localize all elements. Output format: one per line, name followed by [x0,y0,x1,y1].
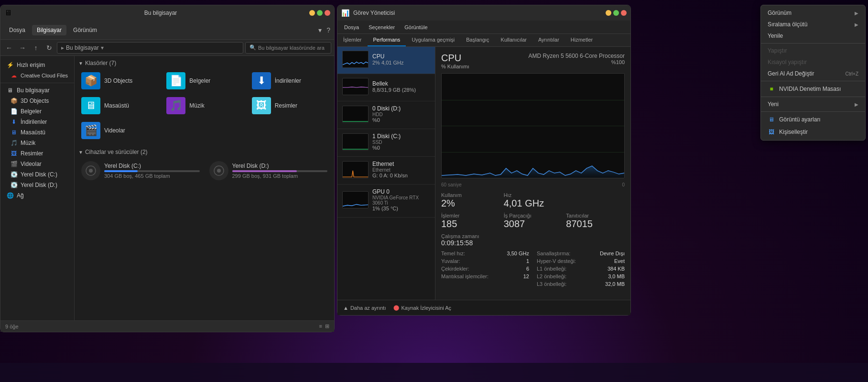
chevron-down-icon: ▼ [78,61,83,66]
perf-item-disk0[interactable]: 0 Diski (D:) HDD %0 [337,101,435,129]
perf-item-gpu[interactable]: GPU 0 NVIDIA GeForce RTX 3060 Ti 1% (35 … [337,185,435,218]
cpu-uptime: Çalışma zamanı 0:09:15:58 [441,233,625,247]
cpu-util-label: % Kullanımı [441,64,469,69]
devices-section-title: ▼ Cihazlar ve sürücüler (2) [78,149,330,155]
forward-button[interactable]: → [17,42,28,54]
tab-hizmetler[interactable]: Hizmetler [565,34,598,46]
sidebar-item-this-pc[interactable]: 🖥 Bu bilgisayar [0,85,74,96]
cpu-util-pct: %100 [529,59,625,65]
breadcrumb-dropdown[interactable]: ▾ [101,44,104,51]
folder-belgeler[interactable]: 📄 Belgeler [163,70,245,91]
perf-cpu-chart [342,51,369,68]
maximize-button[interactable] [317,10,323,16]
ctx-nvidia[interactable]: ■ NVIDIA Denetim Masası [761,83,865,95]
perf-memory-chart [342,78,369,95]
menu-dosya[interactable]: Dosya [341,23,362,31]
minimize-button[interactable] [309,10,315,16]
view-list-button[interactable]: ≡ [319,323,322,329]
menu-goruntule[interactable]: Görüntüle [401,23,430,31]
perf-item-disk1[interactable]: 1 Diski (C:) SSD %0 [337,129,435,157]
folder-resimler[interactable]: 🖼 Resimler [249,95,330,116]
resimler-icon: 🖼 [10,150,18,157]
back-button[interactable]: ← [3,42,15,54]
display-settings-icon: 🖥 [768,116,775,123]
detail-l2: L2 önbelleği: 3,0 MB [537,273,625,279]
tab-ayrintilar[interactable]: Ayrıntılar [532,34,565,46]
drive-d-icon [209,161,228,180]
ctx-siralama[interactable]: Sıralama ölçütü ▶ [761,19,865,30]
sidebar-item-disk-c[interactable]: 💽 Yerel Disk (C:) [0,169,74,180]
search-icon: 🔍 [250,44,256,51]
sidebar-item-masaustu[interactable]: 🖥 Masaüstü [0,127,74,138]
detail-sockets: Yuvalar: 1 [441,258,529,264]
sidebar-item-belgeler[interactable]: 📄 Belgeler [0,106,74,117]
sidebar-item-videolar[interactable]: 🎬 Videolar [0,159,74,169]
perf-item-cpu[interactable]: CPU 2% 4,01 GHz [337,47,435,74]
sidebar-item-muzik[interactable]: 🎵 Müzik [0,138,74,148]
up-button[interactable]: ↑ [30,42,42,54]
file-explorer-title: Bu bilgisayar [15,10,306,16]
view-grid-button[interactable]: ⊞ [325,323,329,329]
ctx-yeni[interactable]: Yeni ▶ [761,98,865,110]
tab-gorunum[interactable]: Görünüm [68,25,102,35]
tm-maximize-button[interactable] [613,10,619,16]
folder-3dobjects[interactable]: 📦 3D Objects [78,70,160,91]
menu-secenekler[interactable]: Seçenekler [366,23,398,31]
ctx-gorunum[interactable]: Görünüm ▶ [761,7,865,19]
ctx-goruntuayarlari[interactable]: 🖥 Görüntü ayarları [761,113,865,126]
drive-c[interactable]: Yerel Disk (C:) 304 GB boş, 465 GB topla… [78,159,203,182]
chevron-down-icon-2: ▼ [78,150,83,155]
ctx-yapistir[interactable]: Yapıştır [761,45,865,56]
cpu-stat-processes: İşlemler 185 [441,213,500,229]
drive-d[interactable]: Yerel Disk (D:) 299 GB boş, 931 GB topla… [206,159,331,182]
file-explorer-content: ⚡ Hızlı erişim ☁ Creative Cloud Files 🖥 … [0,56,334,320]
close-button[interactable] [325,10,330,16]
folder-indirilenler[interactable]: ⬇ İndirilenler [249,70,330,91]
sidebar-item-3dobjects[interactable]: 📦 3D Objects [0,96,74,106]
search-bar[interactable]: 🔍 Bu bilgisayar klasöründe ara [245,42,331,54]
sidebar-item-creative-cloud[interactable]: ☁ Creative Cloud Files [0,70,74,81]
tm-close-button[interactable] [621,10,627,16]
sidebar-item-quick-access[interactable]: ⚡ Hızlı erişim [0,60,74,70]
ctx-kisayol-yapistir[interactable]: Kısayol yapıştır [761,56,865,68]
task-manager-content: CPU 2% 4,01 GHz Bellek 8,8/31,9 GB (28% [337,47,630,300]
videolar-icon: 🎬 [10,160,18,168]
tab-baslangic[interactable]: Başlangıç [460,34,495,46]
folder-muzik[interactable]: 🎵 Müzik [163,95,245,116]
task-manager-tabs: İşlemler Performans Uygulama geçmişi Baş… [337,34,630,47]
folder-icon-indirilenler: ⬇ [252,72,271,89]
folder-videolar[interactable]: 🎬 Videolar [78,120,160,141]
sidebar-item-indirilenler[interactable]: ⬇ İndirilenler [0,117,74,127]
sidebar-item-ag[interactable]: 🌐 Ağ [0,190,74,201]
cpu-stat-usage: Kullanım 2% [441,192,500,209]
open-monitor-button[interactable]: ⬤ Kaynak İzleyicisini Aç [393,305,451,311]
tab-uygulama-gecmisi[interactable]: Uygulama geçmişi [406,34,460,46]
ctx-geri-al[interactable]: Geri Al Ad Değiştir Ctrl+Z [761,68,865,79]
folder-icon-muzik: 🎵 [166,97,185,114]
tm-minimize-button[interactable] [606,10,611,16]
folder-masaustu[interactable]: 🖥 Masaüstü [78,95,160,116]
sidebar-item-resimler[interactable]: 🖼 Resimler [0,148,74,159]
breadcrumb[interactable]: ▸ Bu bilgisayar ▾ [57,42,243,54]
perf-item-ethernet[interactable]: Ethernet Ethernet G: 0 A: 0 Kb/sn [337,157,435,185]
less-details-button[interactable]: ▲ Daha az ayrıntı [343,305,386,311]
sidebar-item-disk-d[interactable]: 💽 Yerel Disk (D:) [0,180,74,190]
perf-disk0-chart [342,106,369,123]
ctx-kisellestir[interactable]: 🖼 Kişiselleştir [761,126,865,138]
ctx-yenile[interactable]: Yenile [761,30,865,42]
refresh-button[interactable]: ↻ [43,42,55,54]
navigation-bar: ← → ↑ ↻ ▸ Bu bilgisayar ▾ 🔍 Bu bilgisaya… [0,40,334,56]
help-button[interactable]: ? [326,26,330,34]
collapse-ribbon-button[interactable]: ▾ [318,26,322,34]
graph-labels: 60 saniye 0 [441,182,625,187]
tab-islemler[interactable]: İşlemler [337,34,368,46]
tab-bilgisayar[interactable]: Bilgisayar [32,25,66,35]
tab-dosya[interactable]: Dosya [4,25,30,35]
window-controls [309,10,330,16]
drive-d-bar-bg [232,170,328,172]
perf-item-memory[interactable]: Bellek 8,8/31,9 GB (28%) [337,74,435,101]
tab-kullanicilar[interactable]: Kullanıcılar [495,34,532,46]
tab-performans[interactable]: Performans [368,34,406,46]
this-pc-icon: 🖥 [6,87,14,94]
muzik-icon: 🎵 [10,139,18,147]
